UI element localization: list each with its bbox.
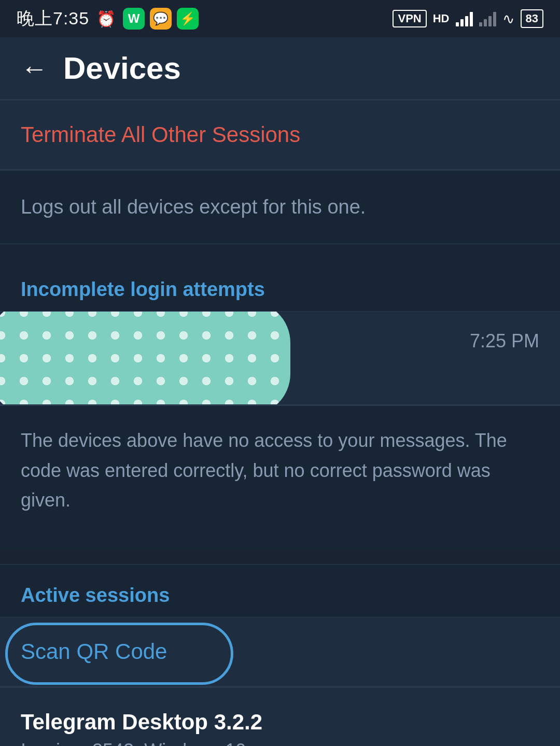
battery-icon: 83 [521, 9, 543, 28]
status-bar-left: 晚上7:35 ⏰ W 💬 ⚡ [17, 7, 199, 31]
status-bar-right: VPN HD ∿ 83 [393, 9, 543, 28]
description-section: Logs out all devices except for this one… [0, 170, 560, 244]
login-attempt-item[interactable]: 📱 ████████████ In██████████ 7:25 PM [0, 311, 560, 404]
signal-icon-1 [456, 11, 473, 26]
status-app-icons: W 💬 ⚡ [123, 8, 199, 30]
gap-2 [0, 535, 560, 550]
attempt-icon: 📱 [21, 334, 67, 381]
warning-text: The devices above have no access to your… [21, 430, 507, 511]
warning-section: The devices above have no access to your… [0, 405, 560, 535]
scan-qr-section[interactable]: Scan QR Code [0, 617, 560, 686]
telegram-desktop-title: Telegram Desktop 3.2.2 [21, 710, 539, 735]
attempt-info: ████████████ In██████████ [82, 330, 470, 379]
attempt-title: ████████████ [82, 330, 470, 354]
orange-icon: 💬 [150, 8, 172, 30]
status-bar: 晚上7:35 ⏰ W 💬 ⚡ VPN HD ∿ [0, 0, 560, 37]
terminate-section[interactable]: Terminate All Other Sessions [0, 101, 560, 169]
back-button[interactable]: ← [21, 55, 48, 82]
page-title: Devices [63, 50, 181, 86]
alarm-icon: ⏰ [96, 10, 116, 28]
telegram-desktop-section[interactable]: Telegram Desktop 3.2.2 Inspiron 3543, Wi… [0, 687, 560, 746]
vpn-badge: VPN [393, 10, 426, 27]
wifi-icon: ∿ [502, 10, 514, 27]
telegram-desktop-subtitle: Inspiron 3543, Windows 10 [21, 740, 539, 746]
incomplete-login-header: Incomplete login attempts [0, 259, 560, 311]
scan-qr-button[interactable]: Scan QR Code [21, 639, 167, 664]
active-sessions-label: Active sessions [21, 584, 170, 606]
description-text: Logs out all devices except for this one… [21, 196, 366, 218]
signal-icon-2 [479, 11, 496, 26]
hd-badge: HD [433, 12, 450, 25]
device-icon: 📱 [30, 344, 59, 372]
terminate-sessions-button[interactable]: Terminate All Other Sessions [21, 122, 300, 147]
active-sessions-section: Active sessions [0, 564, 560, 617]
attempt-time: 7:25 PM [470, 330, 539, 352]
incomplete-login-label: Incomplete login attempts [21, 278, 265, 300]
wechat-icon: W [123, 8, 145, 30]
attempt-left: 📱 ████████████ In██████████ [21, 330, 470, 381]
green-icon: ⚡ [177, 8, 199, 30]
header: ← Devices [0, 37, 560, 100]
gap-1 [0, 244, 560, 259]
status-time: 晚上7:35 [17, 7, 89, 31]
attempt-subtitle: In██████████ [82, 359, 470, 379]
